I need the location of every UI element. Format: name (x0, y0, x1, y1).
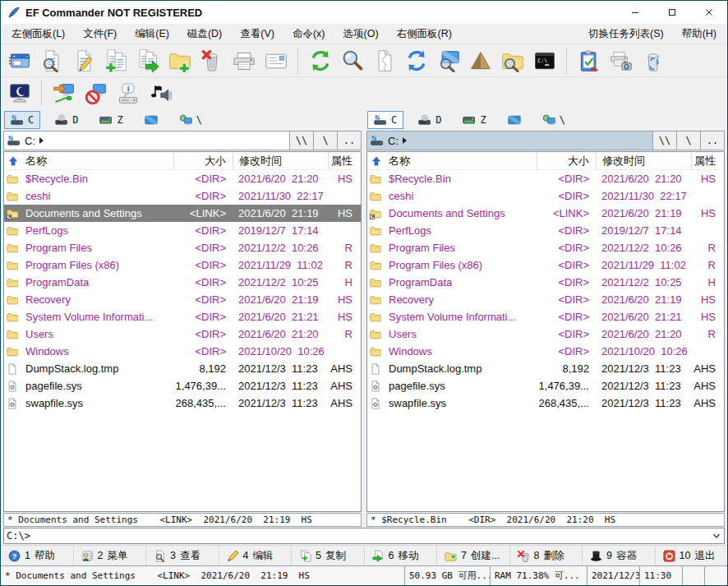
fn-button-9[interactable]: 9容器 (583, 546, 656, 565)
new-folder-button[interactable] (164, 46, 196, 76)
file-row[interactable]: DumpStack.log.tmp8,1922021/12/3 11:23AHS (367, 360, 724, 377)
fn-button-2[interactable]: 2菜单 (74, 546, 147, 565)
path-button-2[interactable]: .. (701, 131, 725, 150)
print-camera-button[interactable] (605, 46, 637, 76)
drive-tab-screen[interactable] (501, 111, 528, 129)
close-button[interactable] (690, 1, 727, 24)
file-row[interactable]: ceshi<DIR>2021/11/30 22:17 (367, 187, 724, 205)
drive-tab-D[interactable]: D (48, 111, 85, 129)
terminal-button[interactable]: C:\ (528, 46, 560, 76)
drive-tab-D[interactable]: D (412, 111, 448, 129)
menu-item-5[interactable]: 命令(x) (283, 24, 334, 44)
header-name[interactable]: 名称 (22, 152, 173, 170)
net-disconnect-button[interactable] (80, 79, 112, 108)
file-row[interactable]: Users<DIR>2021/6/20 21:20R (4, 325, 361, 343)
file-row[interactable]: Recovery<DIR>2021/6/20 21:19HS (367, 291, 724, 308)
edit-file-button[interactable] (67, 46, 99, 76)
menu-item-2[interactable]: 编辑(E) (126, 24, 178, 44)
file-row[interactable]: PerfLogs<DIR>2019/12/7 17:14 (367, 222, 724, 239)
drive-tab-net[interactable]: \ (173, 111, 209, 129)
recycle-bin-button[interactable] (637, 46, 669, 76)
net-connect-button[interactable] (48, 79, 80, 108)
fn-button-6[interactable]: 6移动 (365, 546, 438, 565)
drive-tab-Z[interactable]: Z (93, 111, 129, 129)
fn-button-1[interactable]: ?1帮助 (1, 546, 74, 565)
path-button-2[interactable]: .. (338, 131, 362, 150)
drive-tab-C[interactable]: C (4, 111, 40, 129)
file-row[interactable]: pagefile.sys1,476,39...2021/12/3 11:23AH… (367, 377, 724, 395)
header-size[interactable]: 大小 (537, 152, 596, 170)
path-button-0[interactable]: \\ (653, 131, 677, 150)
file-row[interactable]: Documents and Settings<LINK>2021/6/20 21… (367, 205, 724, 222)
file-row[interactable]: Recovery<DIR>2021/6/20 21:19HS (4, 291, 361, 308)
pack-pyramid-button[interactable] (464, 46, 496, 76)
print-button[interactable] (228, 46, 260, 76)
path-button-1[interactable]: \ (677, 131, 701, 150)
fn-button-7[interactable]: 7创建... (437, 546, 510, 565)
header-attr[interactable]: 属性 (328, 152, 361, 170)
fn-button-3[interactable]: 3查看 (146, 546, 219, 565)
file-row[interactable]: System Volume Informati...<DIR>2021/6/20… (4, 308, 361, 325)
fn-button-8[interactable]: 8删除 (510, 546, 583, 565)
path-button-1[interactable]: \ (314, 131, 338, 150)
file-row[interactable]: ProgramData<DIR>2021/12/2 10:25H (367, 274, 724, 291)
drive-tab-screen[interactable] (138, 111, 164, 129)
drive-tab-C[interactable]: C (367, 111, 403, 129)
view-file-button[interactable] (35, 46, 67, 76)
menu-item-3[interactable]: 磁盘(D) (178, 24, 231, 44)
file-row[interactable]: Program Files<DIR>2021/12/2 10:26R (4, 239, 361, 256)
file-row[interactable]: ceshi<DIR>2021/11/30 22:17 (4, 187, 361, 205)
copy-files-button[interactable] (99, 46, 131, 76)
file-row[interactable]: $Recycle.Bin<DIR>2021/6/20 21:20HS (4, 170, 361, 187)
left-path-field[interactable]: C: (3, 131, 290, 150)
address-card-button[interactable] (260, 46, 292, 76)
panels-button[interactable] (3, 46, 35, 76)
file-row[interactable]: Windows<DIR>2021/10/20 10:26 (367, 343, 724, 360)
chevron-down-icon[interactable] (712, 531, 721, 541)
fn-button-4[interactable]: 4编辑 (219, 546, 293, 565)
file-row[interactable]: Windows<DIR>2021/10/20 10:26 (4, 343, 361, 360)
file-row[interactable]: ProgramData<DIR>2021/12/2 10:25H (4, 274, 361, 291)
media-sound-button[interactable] (144, 79, 176, 108)
sort-header[interactable] (4, 152, 22, 170)
sleep-monitor-button[interactable] (3, 79, 35, 108)
minimize-button[interactable] (616, 1, 653, 24)
file-row[interactable]: swapfile.sys268,435,...2021/12/3 11:23AH… (4, 395, 361, 412)
refresh-blue-button[interactable] (400, 46, 432, 76)
header-modified[interactable]: 修改时间 (233, 152, 328, 170)
move-files-button[interactable] (131, 46, 164, 76)
header-attr[interactable]: 属性 (691, 152, 724, 170)
drive-info-button[interactable]: i (112, 79, 144, 108)
menu-item-4[interactable]: 查看(V) (231, 24, 283, 44)
header-name[interactable]: 名称 (385, 152, 537, 170)
drive-tab-net[interactable]: \ (536, 111, 572, 129)
file-row[interactable]: Program Files<DIR>2021/12/2 10:26R (367, 239, 724, 256)
file-row[interactable]: Users<DIR>2021/6/20 21:20R (367, 325, 724, 343)
menu-item-0[interactable]: 左侧面板(L) (2, 24, 74, 44)
file-row[interactable]: DumpStack.log.tmp8,1922021/12/3 11:23AHS (4, 360, 361, 377)
fn-button-5[interactable]: 5复制 (292, 546, 365, 565)
drive-tab-Z[interactable]: Z (456, 111, 492, 129)
menu-item-7[interactable]: 右侧面板(R) (388, 24, 461, 44)
path-button-0[interactable]: \\ (290, 131, 314, 150)
command-line-input[interactable]: C:\> (3, 528, 725, 544)
fn-button-10[interactable]: 10退出 (656, 546, 728, 565)
header-modified[interactable]: 修改时间 (596, 152, 691, 170)
file-row[interactable]: swapfile.sys268,435,...2021/12/3 11:23AH… (367, 395, 724, 412)
file-row[interactable]: pagefile.sys1,476,39...2021/12/3 11:23AH… (4, 377, 361, 395)
file-row[interactable]: Program Files (x86)<DIR>2021/11/29 11:02… (4, 256, 361, 274)
file-row[interactable]: Documents and Settings<LINK>2021/6/20 21… (4, 205, 361, 222)
menu-item-6[interactable]: 选项(O) (334, 24, 388, 44)
checklist-button[interactable] (573, 46, 605, 76)
file-row[interactable]: $Recycle.Bin<DIR>2021/6/20 21:20HS (367, 170, 724, 187)
menu-item-1[interactable]: 文件(F) (74, 24, 126, 44)
file-row[interactable]: System Volume Informati...<DIR>2021/6/20… (367, 308, 724, 325)
split-file-button[interactable] (368, 46, 400, 76)
search-button[interactable] (336, 46, 368, 76)
delete-files-button[interactable] (196, 46, 228, 76)
sync-green-button[interactable] (304, 46, 336, 76)
maximize-button[interactable] (653, 1, 690, 24)
file-row[interactable]: PerfLogs<DIR>2019/12/7 17:14 (4, 222, 361, 239)
menu-item-right-1[interactable]: 帮助(H) (673, 24, 726, 44)
quick-view-button[interactable] (432, 46, 464, 76)
